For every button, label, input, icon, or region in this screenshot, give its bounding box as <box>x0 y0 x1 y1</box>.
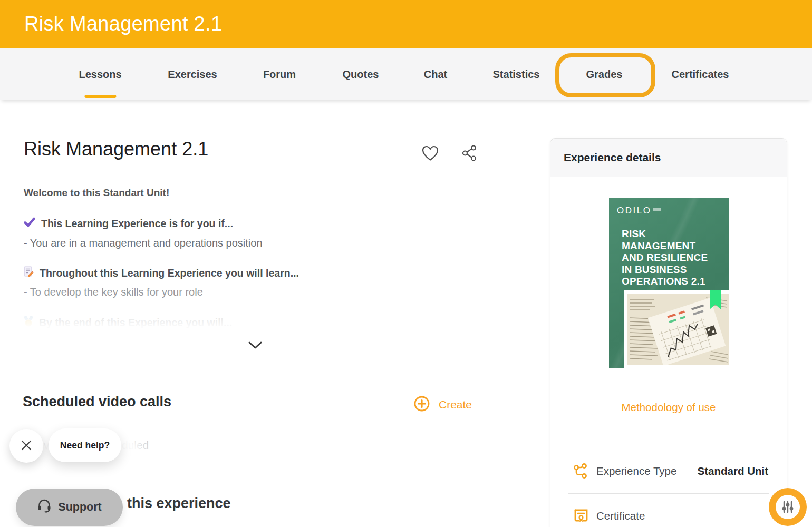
cover-title-line: RISK <box>622 228 708 240</box>
support-label: Support <box>58 501 101 514</box>
tab-exercises-label: Exercises <box>168 69 217 81</box>
cover-title-line: MANAGEMENT <box>622 240 708 252</box>
share-icon <box>461 144 478 163</box>
card-header: Experience details <box>550 139 787 177</box>
support-button[interactable]: Support <box>16 489 123 526</box>
cover-logo-text: ODILO <box>617 206 651 216</box>
close-icon <box>20 439 33 453</box>
tab-certificates-label: Certificates <box>672 69 729 81</box>
medal-icon <box>24 316 33 330</box>
section-body-text: - To develop the key skills for your rol… <box>24 286 203 298</box>
tab-bar: Lessons Exercises Forum Quotes Chat Stat… <box>0 48 812 100</box>
favorite-button[interactable] <box>420 143 441 164</box>
experience-details-card: Experience details ODILO RISK MANAGEMENT… <box>550 138 787 527</box>
heart-icon <box>421 145 439 163</box>
course-cover-image: ODILO RISK MANAGEMENT AND RESILIENCE IN … <box>609 198 729 368</box>
cover-title-line: AND RESILIENCE <box>622 252 708 264</box>
card-divider <box>568 446 769 446</box>
tab-forum-label: Forum <box>263 69 296 81</box>
section-heading-text: This Learning Experience is for you if..… <box>41 218 233 230</box>
video-calls-heading: Scheduled video calls <box>23 394 171 410</box>
headset-icon <box>37 499 52 516</box>
certificate-row: Certificate <box>573 503 768 527</box>
tab-chat[interactable]: Chat <box>424 48 447 100</box>
tab-statistics[interactable]: Statistics <box>493 48 540 100</box>
tab-grades[interactable]: Grades <box>586 48 623 100</box>
welcome-text: Welcome to this Standart Unit! <box>24 187 169 199</box>
dismiss-help-button[interactable] <box>9 429 43 463</box>
plus-circle-icon <box>413 395 430 414</box>
experience-type-value: Standard Unit <box>698 465 768 477</box>
tab-lessons-label: Lessons <box>79 69 121 81</box>
expand-description-button[interactable] <box>245 338 264 353</box>
memo-icon <box>24 266 34 280</box>
cover-title-line: IN BUSINESS <box>622 264 708 276</box>
experience-type-label: Experience Type <box>596 465 698 477</box>
section-heading-text: By the end of this Experience you will..… <box>39 317 232 329</box>
app-header: Risk Management 2.1 <box>0 0 812 48</box>
accessibility-settings-button[interactable] <box>769 488 807 526</box>
create-label: Create <box>439 398 472 411</box>
tab-lessons[interactable]: Lessons <box>79 48 121 100</box>
tab-forum[interactable]: Forum <box>263 48 296 100</box>
cover-title: RISK MANAGEMENT AND RESILIENCE IN BUSINE… <box>622 228 708 288</box>
section-heading-for-you: This Learning Experience is for you if..… <box>24 217 233 230</box>
section-heading-text: Throughout this Learning Experience you … <box>40 267 299 279</box>
tab-certificates[interactable]: Certificates <box>672 48 729 100</box>
section-body-text: - You are in a management and operations… <box>24 237 263 249</box>
app-title: Risk Management 2.1 <box>24 13 222 35</box>
need-help-label: Need help? <box>60 440 110 451</box>
experience-type-row: Experience Type Standard Unit <box>573 458 768 484</box>
cover-logo: ODILO <box>617 206 661 216</box>
section-heading-by-the-end: By the end of this Experience you will..… <box>24 316 232 330</box>
sliders-icon <box>776 495 800 519</box>
methodology-link[interactable]: Methodology of use <box>550 401 787 414</box>
experience-type-icon <box>573 463 589 479</box>
tab-quotes[interactable]: Quotes <box>343 48 379 100</box>
tab-grades-label: Grades <box>586 69 623 81</box>
partial-section-heading: this experience <box>127 495 231 512</box>
tab-exercises[interactable]: Exercises <box>168 48 217 100</box>
tab-quotes-label: Quotes <box>343 69 379 81</box>
cover-title-line: OPERATIONS 2.1 <box>622 276 708 288</box>
create-video-call-button[interactable]: Create <box>413 395 472 414</box>
tab-statistics-label: Statistics <box>493 69 540 81</box>
card-title: Experience details <box>564 151 661 164</box>
page-title: Risk Management 2.1 <box>24 138 208 160</box>
tab-chat-label: Chat <box>424 69 447 81</box>
share-button[interactable] <box>459 143 480 164</box>
section-heading-will-learn: Throughout this Learning Experience you … <box>24 266 299 280</box>
cover-divider-line <box>609 222 729 222</box>
certificate-label: Certificate <box>596 510 768 522</box>
need-help-bubble[interactable]: Need help? <box>49 428 121 462</box>
check-icon <box>24 217 35 230</box>
cover-logo-suffix <box>653 208 661 211</box>
chevron-down-icon <box>248 343 263 351</box>
card-divider <box>568 493 769 494</box>
certificate-icon <box>573 508 589 524</box>
